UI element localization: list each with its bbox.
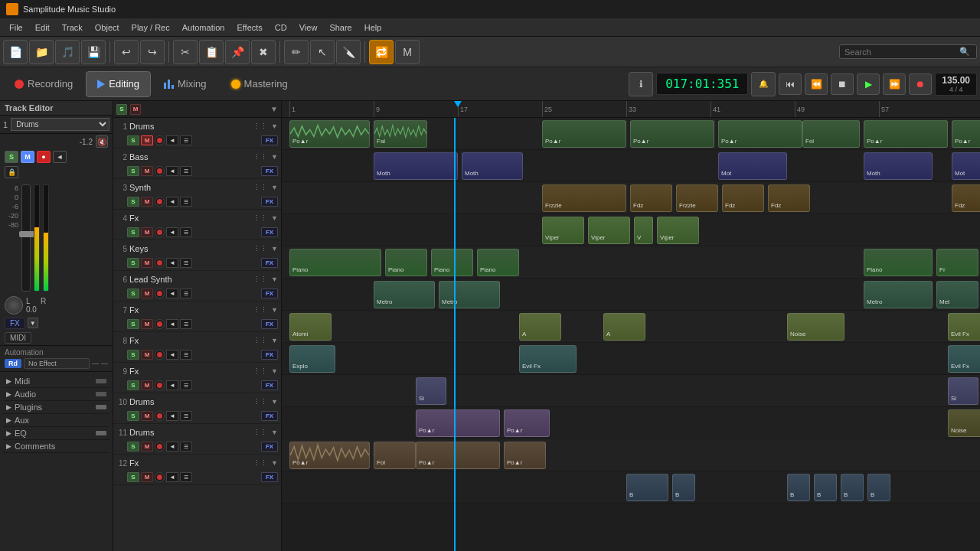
clip[interactable]: Metro bbox=[374, 281, 435, 308]
timeline-track-12[interactable]: B B B B B B bbox=[282, 471, 980, 504]
clip[interactable]: Piano bbox=[289, 249, 381, 276]
track-arrow[interactable]: ◄ bbox=[166, 227, 178, 237]
track-collapse[interactable]: ▼ bbox=[271, 276, 278, 283]
clip[interactable]: B bbox=[626, 474, 668, 501]
clip[interactable]: B bbox=[672, 474, 695, 501]
menu-automation[interactable]: Automation bbox=[176, 21, 231, 34]
copy-button[interactable]: 📋 bbox=[199, 40, 224, 64]
track-expand[interactable]: ⋮⋮ bbox=[253, 459, 267, 467]
menu-track[interactable]: Track bbox=[56, 21, 89, 34]
fx-btn[interactable]: FX bbox=[261, 227, 278, 237]
fx-btn[interactable]: FX bbox=[261, 350, 278, 360]
record-button[interactable]: ⏺ bbox=[909, 73, 932, 95]
panel-aux[interactable]: ▶ Aux bbox=[3, 414, 109, 427]
solo-btn[interactable]: S bbox=[127, 227, 139, 237]
mute-btn[interactable]: M bbox=[141, 166, 153, 176]
clip[interactable]: Fal bbox=[374, 120, 427, 148]
track-misc[interactable]: ☰ bbox=[180, 135, 192, 145]
menu-share[interactable]: Share bbox=[323, 21, 358, 34]
paste-button[interactable]: 📌 bbox=[225, 40, 250, 64]
track-expand[interactable]: ⋮⋮ bbox=[253, 245, 267, 253]
clip[interactable]: Po▲r bbox=[416, 442, 500, 469]
delete-button[interactable]: ✖ bbox=[251, 40, 276, 64]
track-expand[interactable]: ⋮⋮ bbox=[253, 122, 267, 130]
clip[interactable]: Si bbox=[416, 377, 446, 405]
fast-forward-button[interactable]: ⏩ bbox=[883, 73, 906, 95]
track-misc[interactable]: ☰ bbox=[180, 350, 192, 360]
pan-knob[interactable] bbox=[5, 296, 23, 315]
track-collapse[interactable]: ▼ bbox=[271, 337, 278, 344]
track-arrow[interactable]: ◄ bbox=[166, 197, 178, 207]
save-button[interactable]: 💾 bbox=[81, 40, 106, 64]
track-collapse[interactable]: ▼ bbox=[271, 184, 278, 191]
record-arm-button[interactable]: ● bbox=[37, 151, 51, 163]
track-collapse[interactable]: ▼ bbox=[271, 214, 278, 222]
tracks-scroll[interactable]: Po▲r Fal Po▲r Po▲r Po▲r F bbox=[282, 118, 980, 551]
clip[interactable]: Po▲r bbox=[718, 120, 802, 148]
track-arrow[interactable]: ◄ bbox=[166, 258, 178, 268]
solo-btn[interactable]: S bbox=[127, 197, 139, 207]
loop-button[interactable]: 🔁 bbox=[369, 40, 394, 64]
mode-editing[interactable]: Editing bbox=[86, 71, 151, 97]
track-expand[interactable]: ⋮⋮ bbox=[253, 306, 267, 314]
solo-btn[interactable]: S bbox=[127, 350, 139, 360]
mode-recording[interactable]: Recording bbox=[3, 71, 84, 97]
search-icon[interactable]: 🔍 bbox=[959, 47, 970, 57]
info-button[interactable]: ℹ bbox=[629, 72, 653, 96]
track-expand[interactable]: ⋮⋮ bbox=[253, 276, 267, 283]
clip[interactable]: Po▲r bbox=[289, 442, 370, 469]
clip[interactable]: Moth bbox=[462, 152, 523, 180]
timeline-track-10[interactable]: Po▲r Po▲r Noise bbox=[282, 407, 980, 439]
mute-btn[interactable]: M bbox=[141, 289, 153, 298]
clip[interactable]: Noise bbox=[948, 409, 980, 437]
record-arm[interactable] bbox=[155, 411, 165, 421]
clip[interactable]: Metro bbox=[439, 281, 500, 308]
clip[interactable]: Evil Fx bbox=[948, 345, 980, 373]
clip[interactable]: Po▲r bbox=[864, 120, 948, 148]
clip[interactable]: B bbox=[841, 474, 864, 501]
clip[interactable]: Piano bbox=[431, 249, 473, 276]
clip[interactable]: Piano bbox=[864, 249, 933, 276]
track-collapse[interactable]: ▼ bbox=[271, 122, 278, 130]
fx-btn[interactable]: FX bbox=[261, 411, 278, 421]
fader-thumb[interactable] bbox=[19, 231, 34, 237]
clip[interactable]: Po▲r bbox=[542, 120, 626, 148]
record-arm[interactable] bbox=[155, 319, 165, 329]
clip[interactable]: Fol bbox=[374, 442, 416, 469]
clip[interactable]: Mot bbox=[952, 152, 980, 180]
clip[interactable]: Piano bbox=[477, 249, 519, 276]
extra-button[interactable]: ◄ bbox=[53, 151, 67, 163]
clip[interactable]: Frzzle bbox=[542, 184, 626, 212]
track-expand[interactable]: ⋮⋮ bbox=[253, 429, 267, 436]
rewind-button[interactable]: ⏪ bbox=[805, 73, 828, 95]
clip[interactable]: Met bbox=[936, 281, 978, 308]
clip[interactable]: B bbox=[787, 474, 810, 501]
track-collapse[interactable]: ▼ bbox=[271, 306, 278, 314]
solo-btn[interactable]: S bbox=[127, 472, 139, 482]
timeline-track-9[interactable]: Si Si bbox=[282, 375, 980, 407]
lock-button[interactable]: 🔒 bbox=[5, 166, 18, 178]
fx-btn[interactable]: FX bbox=[261, 135, 278, 145]
clip[interactable]: Po▲r bbox=[952, 120, 980, 148]
track-collapse[interactable]: ▼ bbox=[271, 367, 278, 375]
mute-btn[interactable]: M bbox=[141, 350, 153, 360]
midi-button[interactable]: M bbox=[21, 151, 34, 163]
pointer-button[interactable]: ↖ bbox=[310, 40, 335, 64]
panel-plugins[interactable]: ▶ Plugins bbox=[3, 401, 109, 414]
panel-audio[interactable]: ▶ Audio bbox=[3, 388, 109, 401]
record-arm[interactable] bbox=[155, 135, 165, 145]
track-misc[interactable]: ☰ bbox=[180, 289, 192, 298]
clip[interactable]: Fdz bbox=[768, 184, 810, 212]
track-arrow[interactable]: ◄ bbox=[166, 166, 178, 176]
clip[interactable]: Po▲r bbox=[504, 409, 550, 437]
clip[interactable]: Metro bbox=[864, 281, 933, 308]
clip[interactable]: Viper bbox=[588, 217, 630, 244]
mute-btn[interactable]: M bbox=[141, 411, 153, 421]
no-effect-button[interactable]: No Effect bbox=[24, 358, 90, 369]
mute-btn[interactable]: M bbox=[141, 380, 153, 390]
clip[interactable]: Moth bbox=[864, 152, 933, 180]
clip[interactable]: Fdz bbox=[952, 184, 980, 212]
menu-help[interactable]: Help bbox=[358, 21, 388, 34]
fx-btn[interactable]: FX bbox=[261, 442, 278, 452]
track-expand[interactable]: ⋮⋮ bbox=[253, 398, 267, 406]
